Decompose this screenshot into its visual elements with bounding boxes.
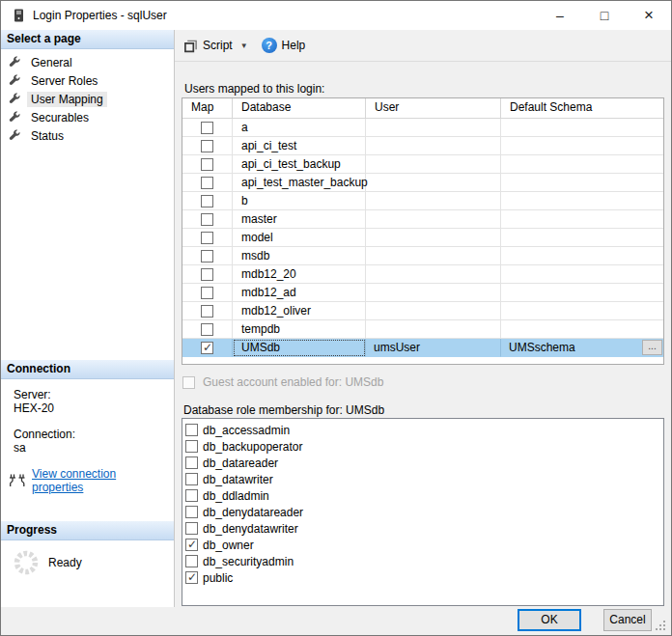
user-cell[interactable] [366, 229, 501, 247]
resize-grip[interactable] [663, 621, 665, 622]
user-cell[interactable] [366, 137, 501, 155]
browse-button[interactable]: ... [642, 340, 662, 355]
map-checkbox[interactable] [201, 213, 213, 226]
table-row[interactable]: b [182, 192, 663, 210]
table-row[interactable]: mdb12_ad [182, 284, 663, 302]
role-item-db_denydatawriter[interactable]: db_denydatawriter [185, 520, 663, 537]
table-row[interactable]: model [182, 229, 663, 247]
database-cell[interactable]: api_ci_test [233, 137, 366, 155]
sidebar-item-securables[interactable]: Securables [1, 108, 174, 126]
user-cell[interactable] [366, 119, 501, 137]
table-row[interactable]: a [182, 119, 663, 137]
user-cell[interactable] [366, 192, 501, 210]
default-schema-cell[interactable] [501, 320, 663, 339]
table-row[interactable]: master [182, 210, 663, 229]
user-cell[interactable] [366, 284, 501, 302]
minimize-button[interactable]: – [538, 1, 582, 30]
user-cell[interactable] [366, 320, 501, 339]
map-checkbox[interactable] [201, 287, 213, 299]
role-item-db_datawriter[interactable]: db_datawriter [185, 471, 663, 487]
column-header-map[interactable]: Map [182, 98, 233, 118]
role-checkbox[interactable] [185, 489, 198, 502]
user-cell[interactable] [366, 155, 501, 174]
map-checkbox[interactable] [201, 342, 213, 354]
role-item-db_datareader[interactable]: db_datareader [185, 455, 663, 471]
table-row[interactable]: mdb12_20 [182, 265, 663, 284]
default-schema-cell[interactable] [501, 210, 663, 229]
database-cell[interactable]: b [233, 192, 366, 210]
map-checkbox[interactable] [201, 250, 213, 263]
user-cell[interactable] [366, 210, 501, 229]
column-header-database[interactable]: Database [233, 98, 366, 118]
map-checkbox[interactable] [201, 140, 213, 152]
role-checkbox[interactable] [185, 424, 198, 436]
database-cell[interactable]: api_test_master_backup [233, 174, 366, 192]
role-item-db_owner[interactable]: db_owner [185, 537, 663, 553]
database-cell[interactable]: mdb12_oliver [233, 302, 366, 320]
user-cell[interactable] [366, 302, 501, 320]
user-cell[interactable] [366, 174, 501, 192]
role-checkbox[interactable] [185, 555, 198, 567]
database-cell[interactable]: master [233, 210, 366, 229]
database-cell[interactable]: mdb12_ad [233, 284, 366, 302]
database-cell[interactable]: tempdb [233, 320, 366, 339]
role-item-db_accessadmin[interactable]: db_accessadmin [185, 422, 663, 438]
role-checkbox[interactable] [185, 473, 198, 485]
default-schema-cell[interactable]: UMSschema... [501, 339, 663, 357]
chevron-down-icon[interactable]: ▼ [240, 41, 248, 50]
table-row[interactable]: msdb [182, 247, 663, 265]
default-schema-cell[interactable] [501, 229, 663, 247]
map-checkbox[interactable] [201, 195, 213, 207]
column-header-user[interactable]: User [366, 98, 501, 118]
table-row[interactable]: api_test_master_backup [182, 174, 663, 192]
column-header-default-schema[interactable]: Default Schema [501, 98, 663, 118]
help-button[interactable]: ? Help [252, 38, 306, 53]
role-checkbox[interactable] [185, 539, 198, 551]
default-schema-cell[interactable] [501, 265, 663, 284]
map-checkbox[interactable] [201, 158, 213, 171]
database-cell[interactable]: model [233, 229, 366, 247]
role-item-db_securityadmin[interactable]: db_securityadmin [185, 553, 663, 569]
sidebar-item-general[interactable]: General [1, 53, 174, 71]
table-row[interactable]: UMSdbumsUserUMSschema... [182, 339, 663, 357]
database-cell[interactable]: UMSdb [233, 339, 366, 357]
maximize-button[interactable]: □ [582, 1, 627, 30]
database-cell[interactable]: a [233, 119, 366, 137]
default-schema-cell[interactable] [501, 137, 663, 155]
role-item-db_denydatareader[interactable]: db_denydatareader [185, 504, 663, 520]
role-checkbox[interactable] [185, 506, 198, 518]
table-row[interactable]: api_ci_test [182, 137, 663, 155]
user-cell[interactable]: umsUser [366, 339, 501, 357]
database-cell[interactable]: msdb [233, 247, 366, 265]
user-cell[interactable] [366, 247, 501, 265]
role-checkbox[interactable] [185, 440, 198, 453]
close-button[interactable]: × [627, 1, 671, 30]
cancel-button[interactable]: Cancel [603, 609, 652, 631]
default-schema-cell[interactable] [501, 174, 663, 192]
map-checkbox[interactable] [201, 323, 213, 336]
default-schema-cell[interactable] [501, 247, 663, 265]
ok-button[interactable]: OK [518, 609, 581, 631]
view-connection-properties-link[interactable]: View connection properties [32, 467, 168, 494]
role-checkbox[interactable] [185, 456, 198, 469]
default-schema-cell[interactable] [501, 155, 663, 174]
map-checkbox[interactable] [201, 305, 213, 318]
default-schema-cell[interactable] [501, 302, 663, 320]
table-row[interactable]: mdb12_oliver [182, 302, 663, 320]
titlebar[interactable]: Login Properties - sqlUser – □ × [1, 1, 671, 30]
role-item-public[interactable]: public [185, 569, 663, 586]
database-cell[interactable]: api_ci_test_backup [233, 155, 366, 174]
script-button[interactable]: Script ▼ [183, 39, 252, 53]
user-cell[interactable] [366, 265, 501, 284]
map-checkbox[interactable] [201, 232, 213, 244]
map-checkbox[interactable] [201, 268, 213, 281]
map-checkbox[interactable] [201, 177, 213, 189]
table-row[interactable]: api_ci_test_backup [182, 155, 663, 174]
map-checkbox[interactable] [201, 122, 213, 134]
default-schema-cell[interactable] [501, 284, 663, 302]
default-schema-cell[interactable] [501, 192, 663, 210]
database-cell[interactable]: mdb12_20 [233, 265, 366, 284]
table-row[interactable]: tempdb [182, 320, 663, 339]
default-schema-cell[interactable] [501, 119, 663, 137]
role-checkbox[interactable] [185, 522, 198, 535]
